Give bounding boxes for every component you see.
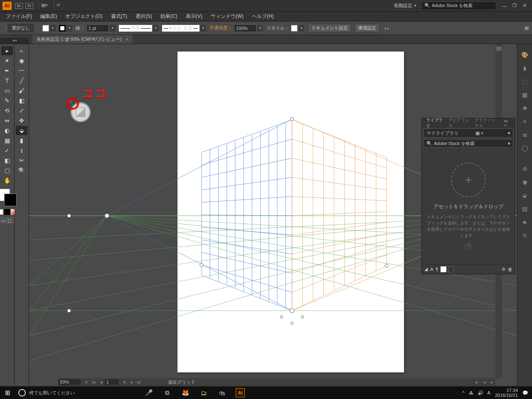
minimize-button[interactable]: — [500, 2, 510, 10]
menu-effect[interactable]: 効果(C) [156, 13, 182, 20]
scale-tool[interactable]: ⤢ [16, 106, 27, 115]
free-transform-tool[interactable]: ✥ [16, 116, 27, 125]
workspace-preset[interactable]: 初期設定 [394, 2, 416, 9]
direct-selection-tool[interactable]: ▹ [16, 46, 27, 55]
tab-close-icon[interactable]: × [126, 37, 128, 42]
curvature-tool[interactable]: 〰 [16, 66, 27, 75]
style-label[interactable]: スタイル： [266, 25, 289, 31]
library-search[interactable]: 🔍 Adobe Stock を検索▾ [424, 139, 513, 148]
doc-setup-button[interactable]: ドキュメント設定 [308, 24, 352, 32]
stock-search[interactable]: 🔍 Adobe Stock を検索 [421, 2, 496, 10]
align-icon[interactable]: ⫞▾ [384, 26, 389, 31]
zoom-tool[interactable]: 🔍 [16, 166, 27, 175]
eyedropper-tool[interactable]: ✓ [1, 146, 13, 155]
clock[interactable]: 17:342016/10/21 [495, 388, 518, 398]
artboard-tool[interactable]: ▢ [1, 166, 13, 175]
perspective-grid-tool[interactable]: ⬙ [16, 126, 27, 135]
opacity-value[interactable] [234, 25, 256, 32]
shape-builder-tool[interactable]: ◐ [1, 126, 13, 135]
gradient-tool[interactable]: ▮ [16, 136, 27, 145]
stock-icon[interactable]: St [25, 3, 33, 9]
rotate-tool[interactable]: ⟲ [1, 106, 13, 115]
gradient-panel-icon[interactable]: ≣ [520, 130, 530, 139]
network-icon[interactable]: 🖧 [469, 390, 473, 395]
fill-dd[interactable]: ▾ [50, 25, 56, 32]
opacity-label[interactable]: 不透明度： [209, 25, 232, 31]
profile-preview[interactable]: 均等 [119, 25, 152, 32]
bridge-icon[interactable]: Br [15, 3, 23, 9]
maximize-button[interactable]: ❐ [510, 2, 520, 10]
cloud-icon[interactable]: ⊚ [502, 266, 505, 272]
arrange-docs-icon[interactable]: ▦▾ [41, 2, 48, 9]
guide-icon[interactable]: ◗ [520, 64, 530, 73]
zoom-level[interactable]: 93% [58, 379, 81, 385]
artboards-icon[interactable]: ◈ [520, 217, 530, 227]
panel-menu-icon[interactable]: ▤ [525, 25, 529, 31]
pencil-tool[interactable]: ✎ [1, 96, 13, 105]
brush-preview[interactable]: ● 5 pt. 丸筆 [162, 25, 200, 32]
add-text-icon[interactable]: A [430, 267, 433, 272]
mesh-tool[interactable]: ▦ [1, 136, 13, 145]
menu-window[interactable]: ウィンドウ(W) [207, 13, 248, 20]
add-paragraph-icon[interactable]: ¶ [436, 267, 438, 272]
width-tool[interactable]: ⇔ [1, 116, 13, 125]
blend-tool[interactable]: ◧ [1, 156, 13, 165]
links-icon[interactable]: ⎘ [520, 231, 530, 240]
transparency-icon[interactable]: ◯ [520, 143, 530, 153]
eraser-tool[interactable]: ◧ [16, 96, 27, 105]
swatches-icon[interactable]: ⬚ [520, 77, 530, 86]
close-button[interactable]: ✕ [520, 2, 530, 10]
stroke-panel-icon[interactable]: ≡ [520, 117, 530, 126]
tools-collapse[interactable]: ◂◂ [0, 38, 29, 44]
prefs-button[interactable]: 環境設定 [354, 24, 380, 32]
grip-icon[interactable]: ⋮ [3, 25, 7, 32]
volume-icon[interactable]: 🔊 [478, 390, 483, 396]
brush-tool[interactable]: 🖌 [16, 86, 27, 95]
panel-collapse-icon[interactable]: ▸▸ ≡ [502, 118, 513, 128]
firefox-icon[interactable]: 🦊 [176, 387, 195, 399]
appearance-icon[interactable]: ◉ [520, 177, 530, 187]
column-graph-tool[interactable]: ⫿ [16, 146, 27, 155]
start-button[interactable]: ⊞ [0, 387, 15, 399]
menu-object[interactable]: オブジェクト(O) [61, 13, 106, 20]
stroke-width[interactable] [86, 25, 109, 32]
stroke-swatch[interactable] [59, 25, 66, 32]
slice-tool[interactable]: ✂ [16, 156, 27, 165]
page-number[interactable]: 1 [105, 379, 119, 385]
ime-icon[interactable]: A [488, 390, 490, 395]
symbols-icon[interactable]: ❀ [520, 103, 530, 113]
task-view-icon[interactable]: ⧉ [158, 387, 176, 399]
help-icon[interactable]: ? [465, 243, 472, 250]
layers-icon[interactable]: ▤ [520, 204, 530, 213]
menu-type[interactable]: 書式(T) [107, 13, 131, 20]
line-tool[interactable]: ╱ [16, 76, 27, 85]
swatch-dark[interactable] [448, 266, 454, 272]
fill-stroke-control[interactable] [0, 188, 17, 207]
pen-tool[interactable]: ✒ [1, 66, 13, 75]
color-icon[interactable]: 🎨 [520, 50, 530, 59]
document-tab[interactable]: 名称未設定-1 @ 93% (CMYK/プレビュー)× [32, 35, 133, 44]
style-swatch[interactable] [291, 25, 298, 32]
stroke-dd[interactable]: ▾ [66, 25, 72, 32]
tab-graphics[interactable]: グラフィックス [472, 117, 502, 129]
cc-libraries-icon[interactable]: ⊚ [520, 164, 530, 173]
menu-view[interactable]: 表示(V) [182, 13, 207, 20]
hand-tool[interactable]: ✋ [1, 176, 13, 185]
first-page[interactable]: |◂ [90, 380, 97, 384]
store-icon[interactable]: 🛍 [213, 387, 231, 399]
library-dropdown[interactable]: マイライブラリ▦ ≡ [424, 128, 513, 138]
illustrator-taskbar-icon[interactable]: Ai [231, 387, 249, 399]
tray-chevron-icon[interactable]: ^ [462, 390, 464, 395]
menu-select[interactable]: 選択(S) [131, 13, 156, 20]
tab-appearance[interactable]: アピアランス [446, 117, 472, 129]
fill-swatch[interactable] [42, 25, 49, 32]
swatch-white[interactable] [441, 266, 446, 272]
lasso-tool[interactable]: ◉ [16, 56, 27, 65]
type-tool[interactable]: T [1, 76, 13, 85]
action-center-icon[interactable]: 💬 [522, 390, 528, 396]
stroke-label[interactable]: 線： [76, 25, 85, 31]
selection-tool[interactable]: ▸ [1, 46, 13, 55]
gpu-icon[interactable]: ⟳ [57, 2, 63, 9]
add-color-icon[interactable]: ◢ [424, 266, 428, 272]
trash-icon[interactable]: 🗑 [508, 267, 512, 272]
